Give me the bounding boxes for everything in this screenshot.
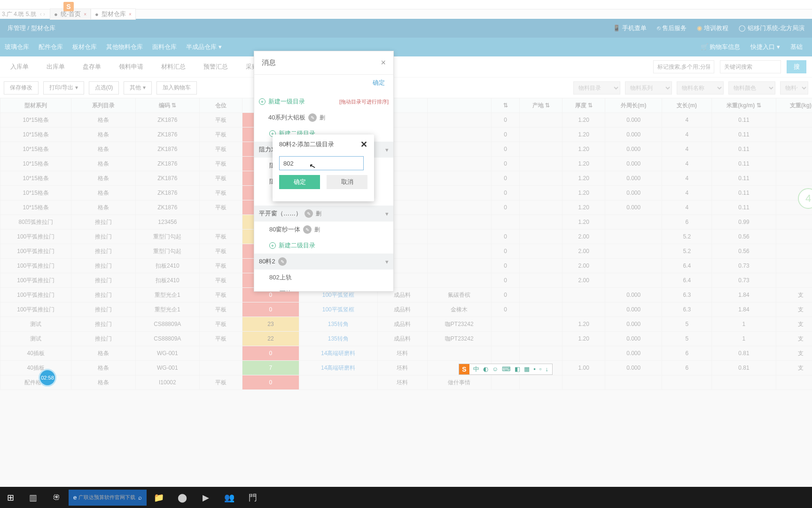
cancel-button[interactable]: 取消 [327,175,367,189]
category-sub-802-down[interactable]: 802下轨 [259,286,389,291]
ime-icon[interactable]: ☺ [490,365,500,373]
dialog-title: 80料2-添加二级目录 [279,140,334,149]
task-view-button[interactable]: ▥ [22,488,44,507]
new-l2-category[interactable]: +新建二级目录 [259,238,389,254]
modal-overlay [0,0,812,508]
ie-search-task[interactable]: e 广联达预算软件官网下载 ⌕ [69,490,147,506]
edit-icon[interactable]: ✎ [304,209,313,218]
delete-link[interactable]: 删 [314,226,320,234]
ime-icon[interactable]: ⌨ [500,365,513,373]
ime-icon[interactable]: ▦ [522,365,531,373]
sogou-icon: S [459,364,469,374]
add-l2-dialog: 80料2-添加二级目录 ✕ 确定 取消 [273,135,374,201]
panel-confirm-link[interactable]: 确定 [254,75,393,92]
confirm-button[interactable]: 确定 [279,175,320,189]
drag-hint: [拖动目录可进行排序] [339,98,389,105]
edit-icon[interactable]: ✎ [303,225,312,234]
category-sub[interactable]: 80窗纱一体✎删 [259,222,389,238]
ie-icon: e [73,494,77,501]
app-swirl[interactable]: ֍ [45,488,68,507]
category-header[interactable]: 平开窗（……）✎删▾ [254,206,393,222]
close-icon[interactable]: ✕ [360,139,367,150]
taskbar-app[interactable]: 👥 [218,488,241,507]
edit-icon[interactable]: ✎ [308,113,317,122]
windows-taskbar: ⊞ ▥ ֍ e 广联达预算软件官网下载 ⌕ 📁⬤▶👥門 [0,487,812,508]
close-icon[interactable]: × [381,58,386,68]
search-icon: ⌕ [138,494,142,501]
ime-toolbar[interactable]: S 中◐☺⌨◧▦▪▫↓ [459,364,553,375]
category-name-input[interactable] [279,156,364,170]
ime-icon[interactable]: ▫ [538,365,544,373]
delete-link[interactable]: 删 [320,114,325,122]
taskbar-app[interactable]: ▶ [195,488,217,507]
chevron-down-icon: ▾ [385,258,389,265]
plus-icon: + [269,242,276,249]
edit-icon[interactable]: ✎ [278,257,287,266]
category-item[interactable]: 40系列大铝板✎删 [259,110,389,126]
start-button[interactable]: ⊞ [0,487,21,508]
ime-icon[interactable]: 中 [471,365,481,373]
chevron-down-icon: ▾ [385,146,389,153]
plus-icon: + [259,98,265,105]
ime-icon[interactable]: ▪ [531,365,538,373]
taskbar-app[interactable]: 門 [242,488,264,507]
taskbar-app[interactable]: 📁 [148,488,170,507]
taskbar-search-label: 广联达预算软件官网下载 [78,494,135,501]
taskbar-app[interactable]: ⬤ [171,488,194,507]
new-l1-category[interactable]: +新建一级目录[拖动目录可进行排序] [259,94,389,110]
recording-timer: 02:58 [39,369,56,387]
ime-icon[interactable]: ◧ [513,365,522,373]
ime-icon[interactable]: ↓ [544,365,551,373]
category-header-80[interactable]: 80料2✎▾ [254,254,393,270]
panel-title: 消息 [262,58,276,67]
chevron-down-icon: ▾ [385,210,389,217]
category-sub-802-up[interactable]: 802上轨 [259,270,389,286]
ime-icon[interactable]: ◐ [481,365,490,373]
